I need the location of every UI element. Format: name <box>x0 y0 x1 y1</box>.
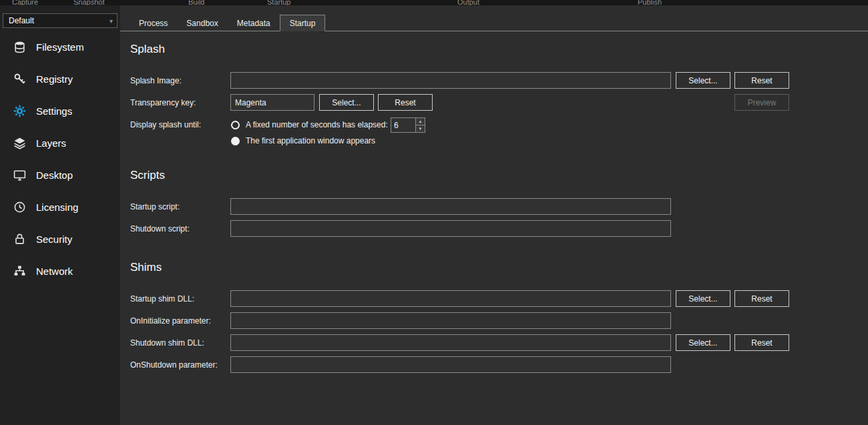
ribbon-bar: Capture Snapshot Build Startup Output Pu… <box>0 0 868 5</box>
startup-shim-reset-button[interactable]: Reset <box>734 290 789 307</box>
profile-dropdown[interactable]: Default ▾ <box>3 13 118 28</box>
seconds-input[interactable] <box>391 118 415 132</box>
sidebar-item-label: Desktop <box>36 169 73 181</box>
splash-image-input[interactable] <box>230 72 671 89</box>
layers-icon <box>13 137 26 149</box>
tab-process[interactable]: Process <box>130 15 177 31</box>
ribbon-group-startup: Startup <box>267 0 290 5</box>
radio-fixed-seconds-label: A fixed number of seconds has elapsed: <box>246 120 388 129</box>
ribbon-group-publish: Publish <box>638 0 662 5</box>
shutdown-shim-label: Shutdown shim DLL: <box>130 338 204 348</box>
profile-dropdown-value: Default <box>9 16 34 25</box>
settings-panel: Process Sandbox Metadata Startup Splash … <box>120 5 868 425</box>
gear-icon <box>13 105 26 117</box>
sidebar-item-label: Network <box>36 266 73 277</box>
startup-script-label: Startup script: <box>130 202 180 211</box>
sidebar-item-registry[interactable]: Registry <box>0 63 120 95</box>
settings-tabs: Process Sandbox Metadata Startup <box>120 15 868 31</box>
sidebar-item-label: Layers <box>36 137 66 149</box>
sidebar-item-label: Licensing <box>36 201 78 213</box>
preview-button: Preview <box>734 94 789 111</box>
onshutdown-parameter-label: OnShutdown parameter: <box>130 360 218 370</box>
tab-metadata[interactable]: Metadata <box>228 15 280 31</box>
monitor-icon <box>13 169 26 181</box>
sidebar: Default ▾ Filesystem Registry Settings <box>0 5 120 425</box>
shutdown-shim-reset-button[interactable]: Reset <box>734 334 789 351</box>
sidebar-item-label: Security <box>36 234 72 245</box>
transparency-key-label: Transparency key: <box>130 98 196 107</box>
splash-heading: Splash <box>130 43 165 56</box>
spinner-up-button[interactable]: ▲ <box>416 118 425 125</box>
lock-icon <box>13 233 26 246</box>
sidebar-item-label: Registry <box>36 73 73 85</box>
radio-fixed-seconds[interactable] <box>231 121 240 129</box>
ribbon-group-output: Output <box>457 0 479 5</box>
sidebar-item-network[interactable]: Network <box>0 255 120 287</box>
tab-startup[interactable]: Startup <box>280 15 326 31</box>
startup-shim-input[interactable] <box>230 290 671 307</box>
clock-icon <box>13 201 26 214</box>
oninitialize-parameter-label: OnInitialize parameter: <box>130 316 211 326</box>
splash-image-select-button[interactable]: Select... <box>676 72 730 89</box>
ribbon-group-snapshot: Snapshot <box>73 0 104 5</box>
display-splash-until-label: Display splash until: <box>130 120 201 129</box>
ribbon-group-build: Build <box>188 0 204 5</box>
spinner-down-button[interactable]: ▼ <box>416 125 425 132</box>
radio-first-window[interactable] <box>231 137 240 145</box>
oninitialize-parameter-input[interactable] <box>230 312 671 329</box>
sidebar-item-label: Settings <box>36 105 72 117</box>
scripts-heading: Scripts <box>130 169 165 182</box>
startup-shim-select-button[interactable]: Select... <box>676 290 730 307</box>
splash-image-reset-button[interactable]: Reset <box>734 72 789 89</box>
sidebar-item-layers[interactable]: Layers <box>0 127 120 159</box>
transparency-key-select-button[interactable]: Select... <box>319 94 374 111</box>
key-icon <box>13 73 26 85</box>
transparency-key-input[interactable] <box>230 94 314 111</box>
radio-first-window-label: The first application window appears <box>246 136 375 145</box>
splash-image-label: Splash Image: <box>130 76 182 85</box>
shutdown-shim-select-button[interactable]: Select... <box>676 334 730 351</box>
sidebar-item-desktop[interactable]: Desktop <box>0 159 120 191</box>
sidebar-item-licensing[interactable]: Licensing <box>0 191 120 223</box>
onshutdown-parameter-input[interactable] <box>230 356 671 373</box>
database-icon <box>13 41 26 53</box>
sidebar-item-settings[interactable]: Settings <box>0 95 120 127</box>
startup-shim-label: Startup shim DLL: <box>130 294 194 304</box>
sidebar-item-security[interactable]: Security <box>0 223 120 255</box>
transparency-key-reset-button[interactable]: Reset <box>378 94 433 111</box>
chevron-down-icon: ▾ <box>110 17 113 25</box>
shutdown-shim-input[interactable] <box>230 334 671 351</box>
shims-heading: Shims <box>130 261 162 274</box>
shutdown-script-input[interactable] <box>230 220 671 237</box>
ribbon-group-capture: Capture <box>12 0 38 5</box>
shutdown-script-label: Shutdown script: <box>130 224 190 234</box>
sidebar-nav: Filesystem Registry Settings Layers Desk <box>0 31 120 287</box>
seconds-spinner: ▲ ▼ <box>391 117 425 133</box>
sidebar-item-label: Filesystem <box>36 41 84 53</box>
sidebar-item-filesystem[interactable]: Filesystem <box>0 31 120 63</box>
startup-script-input[interactable] <box>230 198 671 215</box>
network-icon <box>13 265 26 278</box>
tab-sandbox[interactable]: Sandbox <box>177 15 227 31</box>
